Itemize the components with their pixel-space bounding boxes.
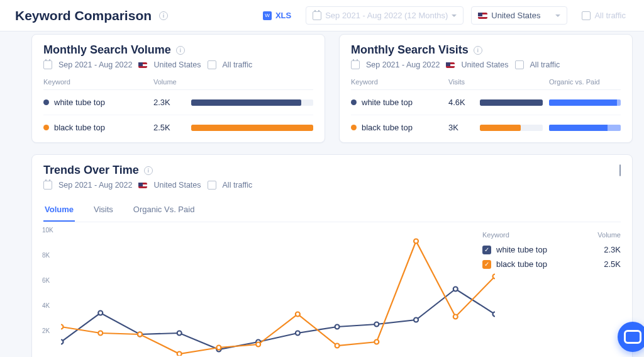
filter-icon: [515, 60, 524, 69]
legend-label: white tube top: [496, 245, 547, 254]
card-title: Monthly Search Visits: [351, 43, 469, 57]
visits-cell: 4.6K: [448, 98, 480, 107]
monthly-search-volume-card: Monthly Search Volume i Sep 2021 - Aug 2…: [31, 34, 325, 143]
legend-value: 2.3K: [604, 245, 621, 254]
xls-icon: W: [263, 11, 272, 20]
chart-data-point[interactable]: [256, 343, 260, 347]
chart-data-point[interactable]: [61, 325, 64, 329]
chart-data-point[interactable]: [493, 275, 496, 279]
chart-legend: Keyword Volume ✓ white tube top 2.3K✓ bl…: [482, 227, 621, 357]
table-row: white tube top 4.6K: [351, 90, 621, 115]
col-keyword: Keyword: [351, 78, 448, 86]
filter-icon: [208, 60, 216, 69]
chat-widget-button[interactable]: [618, 322, 644, 352]
tab-visits[interactable]: Visits: [92, 198, 114, 222]
chart-data-point[interactable]: [61, 340, 64, 344]
info-icon[interactable]: i: [144, 166, 153, 175]
card-title: Monthly Search Volume: [43, 43, 171, 57]
legend-col-volume: Volume: [597, 231, 621, 239]
card-traffic: All traffic: [530, 60, 560, 69]
trends-over-time-card: Trends Over Time i Sep 2021 - Aug 2022 U…: [31, 154, 633, 357]
table-row: white tube top 2.3K: [43, 90, 313, 115]
card-country: United States: [153, 181, 201, 190]
chart-data-point[interactable]: [493, 312, 496, 317]
chart-data-point[interactable]: [296, 312, 300, 317]
volume-cell: 2.5K: [153, 123, 191, 132]
chart-data-point[interactable]: [177, 331, 182, 336]
us-flag-icon: [138, 183, 147, 188]
y-axis-tick: 8K: [42, 252, 50, 259]
visits-bar: [480, 125, 543, 131]
legend-value: 2.5K: [604, 259, 621, 269]
info-icon[interactable]: i: [474, 46, 482, 55]
chart-data-point[interactable]: [98, 331, 103, 336]
calendar-icon: [313, 11, 321, 20]
page-header: Keyword Comparison i W XLS Sep 2021 - Au…: [0, 0, 644, 31]
filter-icon: [208, 181, 216, 190]
trends-tabs: VolumeVisitsOrganic Vs. Paid: [43, 198, 621, 222]
monthly-search-visits-card: Monthly Search Visits i Sep 2021 - Aug 2…: [339, 34, 633, 143]
download-button[interactable]: [619, 165, 621, 176]
chart-data-point[interactable]: [98, 311, 103, 315]
chart-data-point[interactable]: [414, 318, 418, 322]
traffic-filter-button[interactable]: All traffic: [575, 6, 633, 25]
chart-data-point[interactable]: [138, 332, 142, 337]
visits-cell: 3K: [448, 123, 480, 132]
date-range-picker[interactable]: Sep 2021 - Aug 2022 (12 Months): [306, 6, 464, 25]
col-keyword: Keyword: [43, 78, 153, 86]
keyword-cell: white tube top: [351, 98, 448, 107]
card-country: United States: [461, 60, 508, 69]
chart-data-point[interactable]: [177, 352, 182, 356]
card-date-range: Sep 2021 - Aug 2022: [58, 181, 132, 190]
page-title: Keyword Comparison: [15, 8, 152, 23]
chart-data-point[interactable]: [335, 344, 340, 348]
tab-volume[interactable]: Volume: [43, 198, 75, 222]
info-icon[interactable]: i: [176, 46, 185, 55]
keyword-cell: white tube top: [43, 98, 153, 107]
date-range-label: Sep 2021 - Aug 2022 (12 Months): [325, 11, 448, 20]
col-volume: Volume: [153, 78, 191, 86]
volume-cell: 2.3K: [153, 98, 191, 107]
card-meta: Sep 2021 - Aug 2022 United States All tr…: [43, 181, 621, 190]
keyword-cell: black tube top: [43, 123, 153, 132]
calendar-icon: [351, 60, 360, 69]
table-row: black tube top 3K: [351, 115, 621, 133]
y-axis-tick: 10K: [42, 227, 53, 234]
card-traffic: All traffic: [223, 60, 253, 69]
y-axis-tick: 4K: [42, 302, 50, 309]
card-traffic: All traffic: [223, 181, 253, 190]
chart-data-point[interactable]: [216, 346, 221, 350]
calendar-icon: [43, 60, 52, 69]
y-axis-tick: 2K: [42, 327, 50, 334]
chart-data-point[interactable]: [453, 315, 458, 319]
card-country: United States: [153, 60, 201, 69]
chart-data-point[interactable]: [374, 340, 379, 344]
card-meta: Sep 2021 - Aug 2022 United States All tr…: [43, 60, 313, 69]
visits-bar: [480, 99, 543, 106]
chart-series-line: [61, 289, 495, 349]
trends-chart: 2K4K6K8K10K Sep 21Oct 21Nov 21Dec 21Jan …: [43, 227, 467, 357]
country-picker[interactable]: United States: [471, 6, 567, 25]
card-date-range: Sep 2021 - Aug 2022: [366, 60, 440, 69]
export-xls-button[interactable]: W XLS: [256, 6, 298, 25]
traffic-filter-label: All traffic: [594, 11, 626, 20]
us-flag-icon: [478, 13, 487, 19]
chart-data-point[interactable]: [453, 287, 458, 292]
us-flag-icon: [446, 62, 455, 68]
chart-data-point[interactable]: [335, 325, 340, 329]
col-visits: Visits: [448, 78, 480, 86]
chart-data-point[interactable]: [296, 331, 300, 336]
country-label: United States: [491, 11, 540, 20]
tab-organic-vs-paid[interactable]: Organic Vs. Paid: [132, 198, 196, 222]
card-title: Trends Over Time: [43, 164, 139, 177]
us-flag-icon: [138, 62, 147, 68]
legend-item[interactable]: ✓ black tube top 2.5K: [482, 259, 621, 269]
card-date-range: Sep 2021 - Aug 2022: [58, 60, 132, 69]
info-icon[interactable]: i: [159, 11, 168, 20]
keyword-cell: black tube top: [351, 123, 448, 132]
chart-data-point[interactable]: [374, 322, 379, 327]
volume-bar: [191, 125, 313, 131]
chart-data-point[interactable]: [414, 239, 418, 244]
download-icon: [619, 164, 621, 176]
legend-item[interactable]: ✓ white tube top 2.3K: [482, 245, 621, 254]
